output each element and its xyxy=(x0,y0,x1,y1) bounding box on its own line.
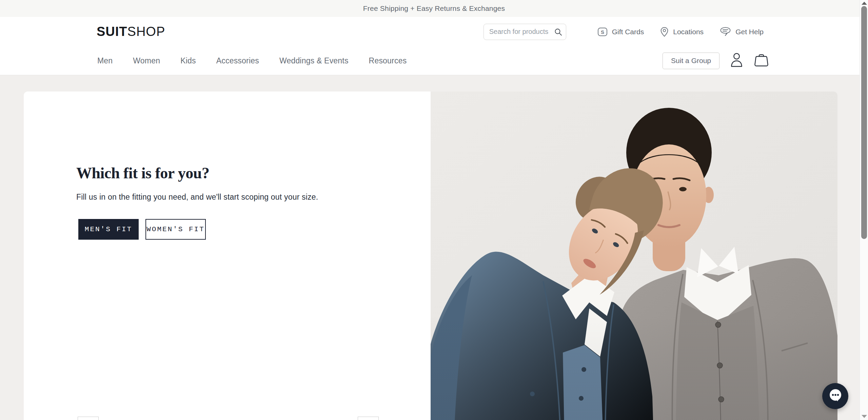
hero-card: Which fit is for you? Fill us in on the … xyxy=(24,92,837,420)
gift-card-icon: S xyxy=(597,27,608,37)
chat-bubble-icon xyxy=(828,388,843,405)
logo-shop: SHOP xyxy=(127,24,165,39)
scrollbar-down-arrow[interactable] xyxy=(862,415,867,418)
nav-item-resources[interactable]: Resources xyxy=(369,56,407,65)
bag-icon[interactable] xyxy=(754,53,769,68)
help-chat-icon xyxy=(720,27,731,37)
logo[interactable]: SUITSHOP xyxy=(97,24,165,39)
svg-text:S: S xyxy=(601,29,604,35)
scrollbar-up-arrow[interactable] xyxy=(862,2,867,5)
search-icon[interactable] xyxy=(554,28,562,37)
locations-label: Locations xyxy=(673,28,704,36)
location-pin-icon xyxy=(660,27,669,37)
gift-cards-link[interactable]: S Gift Cards xyxy=(597,27,644,37)
scrollbar xyxy=(860,0,868,420)
account-icon[interactable] xyxy=(730,53,743,69)
logo-suit: SUIT xyxy=(97,24,127,39)
scrollbar-thumb[interactable] xyxy=(861,6,867,239)
hero-title: Which fit is for you? xyxy=(76,164,431,182)
hero-subtitle: Fill us in on the fitting you need, and … xyxy=(76,193,431,202)
get-help-link[interactable]: Get Help xyxy=(720,27,764,37)
locations-link[interactable]: Locations xyxy=(660,27,704,37)
nav-links: Men Women Kids Accessories Weddings & Ev… xyxy=(97,56,407,65)
hero-photo xyxy=(431,92,837,420)
nav-item-women[interactable]: Women xyxy=(133,56,160,65)
header: SUITSHOP S Gift Cards xyxy=(0,17,868,46)
carousel-prev-button[interactable] xyxy=(78,417,99,420)
nav-item-accessories[interactable]: Accessories xyxy=(216,56,259,65)
womens-fit-button[interactable]: WOMEN'S FIT xyxy=(145,219,206,240)
get-help-label: Get Help xyxy=(735,28,764,36)
nav-item-men[interactable]: Men xyxy=(97,56,113,65)
suit-a-group-label: Suit a Group xyxy=(671,57,711,65)
carousel-next-button[interactable] xyxy=(358,417,379,420)
nav-bar: Men Women Kids Accessories Weddings & Ev… xyxy=(0,46,868,75)
mens-fit-button[interactable]: MEN'S FIT xyxy=(78,219,139,240)
nav-item-kids[interactable]: Kids xyxy=(180,56,196,65)
hero-panel: Which fit is for you? Fill us in on the … xyxy=(24,92,431,420)
promo-banner-text: Free Shipping + Easy Returns & Exchanges xyxy=(363,4,505,13)
promo-banner: Free Shipping + Easy Returns & Exchanges xyxy=(0,0,868,17)
nav-right: Suit a Group xyxy=(663,53,769,69)
gift-cards-label: Gift Cards xyxy=(612,28,644,36)
suit-a-group-button[interactable]: Suit a Group xyxy=(663,53,719,69)
search-box xyxy=(484,24,566,40)
photo-shade xyxy=(431,92,837,420)
nav-item-weddings-events[interactable]: Weddings & Events xyxy=(279,56,349,65)
chat-widget-button[interactable] xyxy=(822,383,848,409)
header-right: S Gift Cards Locations Get xyxy=(484,24,764,40)
fit-button-row: MEN'S FIT WOMEN'S FIT xyxy=(78,219,431,240)
search-input[interactable] xyxy=(484,24,566,40)
